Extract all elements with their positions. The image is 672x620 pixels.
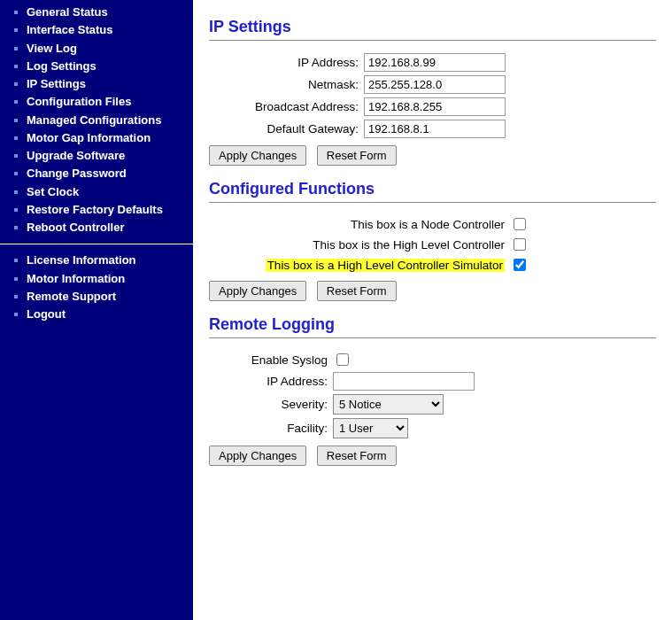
sidebar-item-upgrade-software[interactable]: Upgrade Software: [11, 147, 193, 165]
facility-label: Facility:: [209, 422, 333, 435]
sidebar: General Status Interface Status View Log…: [0, 0, 193, 620]
broadcast-input[interactable]: [364, 97, 506, 116]
ip-reset-button[interactable]: Reset Form: [317, 145, 397, 166]
sidebar-item-general-status[interactable]: General Status: [11, 4, 193, 21]
facility-select[interactable]: 1 User: [333, 418, 408, 438]
configured-functions-title: Configured Functions: [209, 180, 656, 198]
sidebar-item-interface-status[interactable]: Interface Status: [11, 21, 193, 39]
divider: [209, 337, 656, 338]
functions-apply-button[interactable]: Apply Changes: [209, 281, 306, 301]
sidebar-item-log-settings[interactable]: Log Settings: [11, 58, 193, 75]
remote-logging-title: Remote Logging: [209, 315, 656, 334]
hlc-simulator-label: This box is a High Level Controller Simu…: [209, 259, 510, 272]
sidebar-item-view-log[interactable]: View Log: [11, 40, 193, 58]
enable-syslog-label: Enable Syslog: [209, 353, 333, 367]
node-controller-checkbox[interactable]: [514, 218, 526, 230]
hlc-label: This box is the High Level Controller: [209, 238, 510, 252]
sidebar-item-change-password[interactable]: Change Password: [11, 165, 193, 182]
ip-apply-button[interactable]: Apply Changes: [209, 145, 306, 166]
remote-reset-button[interactable]: Reset Form: [317, 446, 397, 466]
sidebar-item-remote-support[interactable]: Remote Support: [11, 288, 193, 306]
nav-group-1: General Status Interface Status View Log…: [0, 4, 193, 236]
sidebar-item-managed-configurations[interactable]: Managed Configurations: [11, 112, 193, 129]
hlc-simulator-checkbox[interactable]: [514, 259, 526, 271]
hlc-simulator-highlight: This box is a High Level Controller Simu…: [266, 259, 505, 272]
functions-reset-button[interactable]: Reset Form: [317, 281, 397, 301]
netmask-input[interactable]: [364, 75, 506, 94]
remote-ip-label: IP Address:: [209, 375, 333, 388]
nav-separator: [0, 244, 193, 244]
nav-group-2: License Information Motor Information Re…: [0, 252, 193, 323]
sidebar-item-configuration-files[interactable]: Configuration Files: [11, 93, 193, 111]
divider: [209, 202, 656, 203]
divider: [209, 40, 656, 41]
sidebar-item-license-information[interactable]: License Information: [11, 252, 193, 269]
broadcast-label: Broadcast Address:: [209, 100, 364, 113]
sidebar-item-logout[interactable]: Logout: [11, 306, 193, 323]
severity-select[interactable]: 5 Notice: [333, 394, 444, 415]
ip-address-label: IP Address:: [209, 56, 364, 69]
severity-label: Severity:: [209, 398, 333, 411]
sidebar-item-set-clock[interactable]: Set Clock: [11, 183, 193, 201]
sidebar-item-ip-settings[interactable]: IP Settings: [11, 75, 193, 93]
main-content: IP Settings IP Address: Netmask: Broadca…: [193, 0, 672, 620]
sidebar-item-restore-factory-defaults[interactable]: Restore Factory Defaults: [11, 201, 193, 219]
ip-address-input[interactable]: [364, 53, 506, 72]
hlc-checkbox[interactable]: [514, 238, 526, 251]
ip-settings-title: IP Settings: [209, 18, 656, 36]
enable-syslog-checkbox[interactable]: [336, 353, 349, 366]
node-controller-label: This box is a Node Controller: [209, 218, 510, 231]
netmask-label: Netmask:: [209, 78, 364, 91]
remote-ip-input[interactable]: [333, 372, 475, 391]
sidebar-item-reboot-controller[interactable]: Reboot Controller: [11, 219, 193, 236]
gateway-input[interactable]: [364, 120, 506, 138]
remote-apply-button[interactable]: Apply Changes: [209, 446, 306, 466]
sidebar-item-motor-information[interactable]: Motor Information: [11, 270, 193, 288]
gateway-label: Default Gateway:: [209, 122, 364, 136]
sidebar-item-motor-gap-information[interactable]: Motor Gap Information: [11, 129, 193, 147]
